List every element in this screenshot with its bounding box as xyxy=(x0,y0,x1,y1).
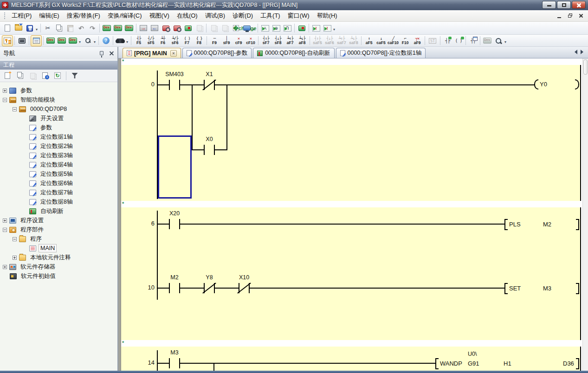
inline-st-button[interactable]: ST xyxy=(426,35,439,46)
instruction-set[interactable]: SET M3 xyxy=(504,283,579,295)
zoom-button[interactable] xyxy=(493,35,504,46)
delete-line-button[interactable]: ╱caF10 xyxy=(387,35,399,46)
device-comment-display-button[interactable]: Dev xyxy=(45,35,56,46)
close-pane-icon[interactable] xyxy=(109,51,114,56)
toolbar-overflow[interactable]: ▾ xyxy=(504,40,506,44)
read-from-plc-button[interactable]: ← xyxy=(149,23,160,34)
tab-parameter[interactable]: 0000:QD70P8[]-参数 xyxy=(182,48,252,58)
tree-item-pos-data-axis7[interactable]: 定位数据7轴 xyxy=(0,188,117,197)
tree-item-pos-data-axis6[interactable]: 定位数据6轴 xyxy=(0,179,117,188)
start-monitoring-all-button[interactable]: A xyxy=(259,23,271,34)
scrollbar-thumb[interactable] xyxy=(583,59,588,75)
note-edit-button[interactable]: ( ) xyxy=(453,35,464,46)
contact-m3[interactable] xyxy=(169,358,180,369)
application-instruction-button[interactable]: { }F8 xyxy=(193,35,205,46)
collapse-icon[interactable] xyxy=(3,228,7,232)
tree-item-program-setting[interactable]: 程序设置 xyxy=(0,216,117,225)
tree-item-module-parameter[interactable]: 参数 xyxy=(0,123,117,132)
navigation-toggle-button[interactable] xyxy=(2,35,13,46)
tab-prg-main[interactable]: [PRG] MAIN× xyxy=(123,48,181,58)
refresh-program-button[interactable]: �change xyxy=(230,23,241,34)
delete-tbranch-button[interactable]: ┬×aF9 xyxy=(411,35,423,46)
write-to-plc-button[interactable]: → xyxy=(138,23,149,34)
rising-pulse-branch-button[interactable]: ┶↑├aF7 xyxy=(284,35,296,46)
cut-button[interactable]: ✂ xyxy=(42,23,53,34)
tree-item-parameter[interactable]: 参数 xyxy=(0,86,117,95)
statement-row[interactable]: * xyxy=(122,340,581,347)
vertical-line-button[interactable]: │sF9 xyxy=(220,35,233,46)
coil-y0[interactable]: Y0 xyxy=(534,79,580,90)
device-display-gray-button[interactable]: Dev xyxy=(482,35,493,46)
instruction-pls[interactable]: PLS M2 xyxy=(504,219,579,231)
paste-data-button[interactable] xyxy=(27,70,38,81)
open-branch-button[interactable]: ┶├F6 xyxy=(157,35,169,46)
convert-operation-button[interactable]: ↓caF5 xyxy=(375,35,387,46)
menu-diagnostics[interactable]: 诊断(D) xyxy=(229,10,257,21)
tree-item-pos-data-axis4[interactable]: 定位数据4轴 xyxy=(0,160,117,169)
expand-icon[interactable] xyxy=(3,89,7,93)
maximize-button[interactable] xyxy=(557,1,571,9)
menu-tool[interactable]: 工具(T) xyxy=(257,10,284,21)
statement-edit-button[interactable]: ┤├ xyxy=(442,35,453,46)
menu-online[interactable]: 在线(O) xyxy=(173,10,201,21)
menu-help[interactable]: 帮助(H) xyxy=(313,10,341,21)
cross-reference-button[interactable] xyxy=(115,35,126,46)
buffer-memory-button[interactable]: Dev xyxy=(123,23,135,34)
device-display-button[interactable]: Dev xyxy=(67,35,78,46)
tree-item-qd70p8[interactable]: 0000:QD70P8 xyxy=(0,104,117,114)
toolbar-overflow[interactable]: ▾ xyxy=(333,27,335,32)
statement-row[interactable]: * xyxy=(122,58,581,65)
tree-item-switch-setting[interactable]: 开关设置 xyxy=(0,114,117,123)
vertical-scrollbar[interactable] xyxy=(582,58,588,371)
save-project-button[interactable] xyxy=(24,23,35,34)
tree-item-pos-data-axis2[interactable]: 定位数据2轴 xyxy=(0,141,117,151)
contact-x10[interactable] xyxy=(239,283,250,294)
expand-icon[interactable] xyxy=(3,219,7,223)
filter-button[interactable] xyxy=(69,70,80,81)
close-button[interactable] xyxy=(572,1,586,9)
coil-button[interactable]: ( )F7 xyxy=(181,35,193,46)
verify-button[interactable] xyxy=(208,23,219,34)
collapse-icon[interactable] xyxy=(13,107,17,111)
module-configuration-button[interactable] xyxy=(16,35,27,46)
toolbar-overflow[interactable]: ▾ xyxy=(79,40,81,44)
tree-item-pos-data-axis5[interactable]: 定位数据5轴 xyxy=(0,169,117,179)
redo-button[interactable]: ↷ xyxy=(87,23,98,34)
tree-item-device-memory[interactable]: 软元件存储器 xyxy=(0,262,117,271)
menu-debug[interactable]: 调试(B) xyxy=(201,10,229,21)
invert-operation-button[interactable]: ↑aF5 xyxy=(363,35,375,46)
tree-item-intelligent-module[interactable]: 智能功能模块 xyxy=(0,95,117,104)
mdi-close-button[interactable] xyxy=(578,13,584,19)
menu-view[interactable]: 视图(V) xyxy=(146,10,173,21)
contact-x1[interactable] xyxy=(204,79,215,90)
toolbar-overflow[interactable]: ▾ xyxy=(94,40,96,44)
copy-data-button[interactable] xyxy=(14,70,26,81)
device-statement-button[interactable]: Dev xyxy=(56,35,67,46)
tab-scroll-left-icon[interactable] xyxy=(572,50,577,54)
falling-pulse-branch-button[interactable]: ┶↓├aF8 xyxy=(296,35,308,46)
device-monitor-button[interactable]: Dev xyxy=(112,23,123,34)
tree-item-main[interactable]: MAIN xyxy=(0,244,117,253)
tree-item-pos-data-axis3[interactable]: 定位数据3轴 xyxy=(0,151,117,160)
mdi-minimize-button[interactable] xyxy=(556,13,563,19)
device-search-button[interactable] xyxy=(82,35,93,46)
rising-pulse-close-branch-button[interactable]: ┶↑├saF7 xyxy=(336,35,348,46)
toolbar-overflow[interactable]: ▾ xyxy=(36,27,38,32)
tab-close-icon[interactable]: × xyxy=(170,50,177,57)
falling-pulse-close-button[interactable]: ┤↓├saF6 xyxy=(323,35,336,46)
tree-item-auto-refresh[interactable]: 自动刷新 xyxy=(0,206,117,216)
contact-y8[interactable] xyxy=(204,283,215,294)
help-button[interactable]: ? xyxy=(100,35,111,46)
menu-project[interactable]: 工程(P) xyxy=(8,10,35,21)
tab-pos-data-axis1[interactable]: 0000:QD70P8[]-定位数据1轴 xyxy=(336,48,426,58)
toolbar-overflow[interactable]: ▾ xyxy=(126,40,128,44)
watch-start-button[interactable]: ! xyxy=(310,23,322,34)
horizontal-line-button[interactable]: ─F9 xyxy=(208,35,220,46)
tree-item-device-initial-value[interactable]: 软元件初始值 xyxy=(0,271,117,281)
refresh-view-button[interactable]: ↻ xyxy=(52,70,63,81)
open-contact-button[interactable]: ┤├F5 xyxy=(133,35,145,46)
remote-operation-button[interactable] xyxy=(219,23,230,34)
statement-row[interactable]: * xyxy=(122,201,581,207)
edit-cursor[interactable] xyxy=(158,135,192,199)
monitor-mode-button[interactable] xyxy=(182,23,194,34)
